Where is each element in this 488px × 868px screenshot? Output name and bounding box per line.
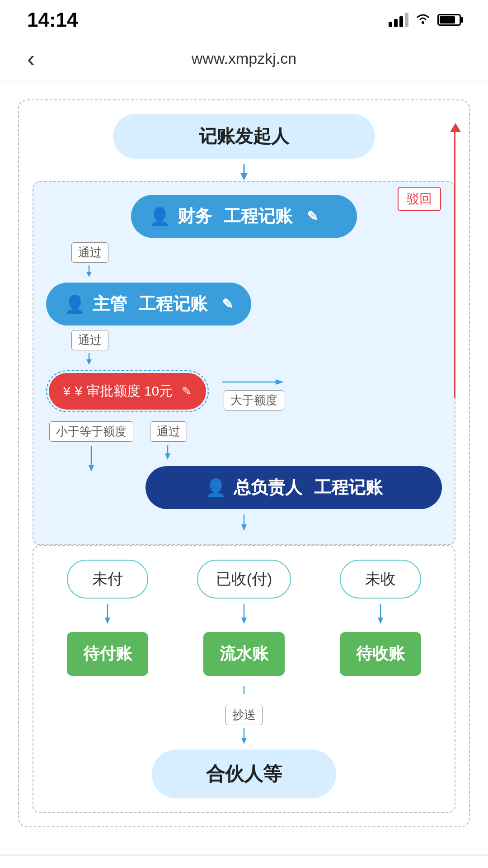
main-content: 记账发起人 👤 财务 工程记账 ✎ [0,81,488,845]
svg-marker-10 [89,465,94,472]
unpaid-pill: 未付 [67,560,148,599]
copy-section: 抄送 合伙人等 [42,685,446,798]
arrow-manager-down [82,352,442,368]
person-icon-3: 👤 [205,478,226,498]
manager-edit-icon[interactable]: ✎ [222,296,233,312]
reject-branch: 驳回 [398,187,441,211]
yuan-icon: ¥ [63,384,70,399]
finance-role-label: 财务 [178,205,212,228]
signal-icon [389,13,408,27]
current-manager-row[interactable]: 当前主管 工程记账 › [0,855,488,868]
wifi-icon [415,11,431,28]
svg-marker-16 [105,618,110,624]
pass-label-1-container: 通过 [71,242,442,263]
finance-pill[interactable]: 👤 财务 工程记账 ✎ [131,195,357,238]
svg-marker-23 [241,738,247,744]
nav-title: www.xmpzkj.cn [192,50,296,67]
output-section: 未付 待付账 已收(付) [33,545,455,813]
amount-edit-icon[interactable]: ✎ [182,384,192,398]
lower-section: 小于等于额度 通过 [46,421,442,509]
pending-receive-box: 待收账 [340,632,421,676]
amount-label: ¥ 审批额度 10元 [75,382,173,401]
status-bar: 14:14 [0,0,488,36]
head-col: 通过 👤 总负责人 工程记账 [145,421,442,509]
pass-label-2: 通过 [71,330,108,350]
arrow-finance-down [82,264,442,280]
paid-col: 已收(付) 流水账 [197,560,291,676]
arrow-paid [237,603,251,627]
pass-label-1: 通过 [71,242,108,263]
arrow-initiator-down [33,163,455,181]
manager-role-label: 主管 [93,292,127,316]
paid-pill: 已收(付) [197,560,291,599]
arrow-head-down [46,514,442,532]
person-icon-2: 👤 [64,294,85,314]
approval-section: 👤 财务 工程记账 ✎ 通过 [33,181,455,545]
manager-task-label: 工程记账 [139,292,207,316]
pass-label-3: 通过 [150,421,187,442]
head-pill[interactable]: 👤 总负责人 工程记账 [145,466,442,509]
svg-marker-18 [241,618,247,624]
arrow-unreceived [374,603,387,627]
svg-point-0 [422,21,424,24]
battery-icon [437,14,461,26]
red-arrow-up [450,123,461,132]
svg-marker-14 [241,524,247,531]
person-icon: 👤 [149,207,170,226]
svg-marker-12 [165,453,170,460]
head-role-label: 总负责人 [234,476,302,499]
status-icons [389,11,461,28]
amount-pill[interactable]: ¥ ¥ 审批额度 10元 ✎ [49,373,206,410]
arrow-copy-down [237,685,251,703]
unreceived-pill: 未收 [340,560,421,599]
svg-marker-2 [240,173,248,180]
pass-label-2-container: 通过 [71,330,442,350]
greater-branch: 大于额度 [222,377,286,410]
finance-row-container: 👤 财务 工程记账 ✎ [46,195,442,238]
flow-box: 流水账 [203,632,285,676]
manager-pill[interactable]: 👤 主管 工程记账 ✎ [46,283,251,326]
arrow-unpaid [101,603,114,627]
output-row: 未付 待付账 已收(付) [42,560,446,676]
less-equal-branch: 小于等于额度 [46,421,136,472]
svg-marker-6 [86,359,92,365]
initiator-row: 记账发起人 [33,114,455,159]
arrow-partner-down [237,727,251,747]
amount-row: ¥ ¥ 审批额度 10元 ✎ 大于额度 [46,370,442,417]
unpaid-col: 未付 待付账 [67,560,148,676]
finance-edit-icon[interactable]: ✎ [307,208,318,224]
svg-marker-8 [276,379,284,385]
initiator-pill: 记账发起人 [113,114,375,159]
copy-label: 抄送 [225,705,263,725]
reject-box: 驳回 [398,187,441,211]
greater-label: 大于额度 [224,390,284,410]
nav-bar: ‹ www.xmpzkj.cn [0,36,488,81]
status-time: 14:14 [27,9,78,31]
svg-marker-4 [86,272,92,277]
pass-label-3-container: 通过 [150,421,442,442]
less-equal-label: 小于等于额度 [49,421,133,442]
amount-pill-outer: ¥ ¥ 审批额度 10元 ✎ [46,370,209,412]
outer-box: 记账发起人 👤 财务 工程记账 ✎ [18,99,470,827]
back-button[interactable]: ‹ [27,45,35,72]
svg-marker-20 [378,618,383,624]
arrow-to-head [161,444,442,462]
finance-task-label: 工程记账 [224,205,292,228]
pending-pay-box: 待付账 [67,632,148,676]
head-task-label: 工程记账 [314,476,383,499]
unreceived-col: 未收 待收账 [340,560,421,676]
info-section: 当前主管 工程记账 › 当前财务 工程记账 › [0,854,488,868]
partner-pill: 合伙人等 [152,750,336,798]
